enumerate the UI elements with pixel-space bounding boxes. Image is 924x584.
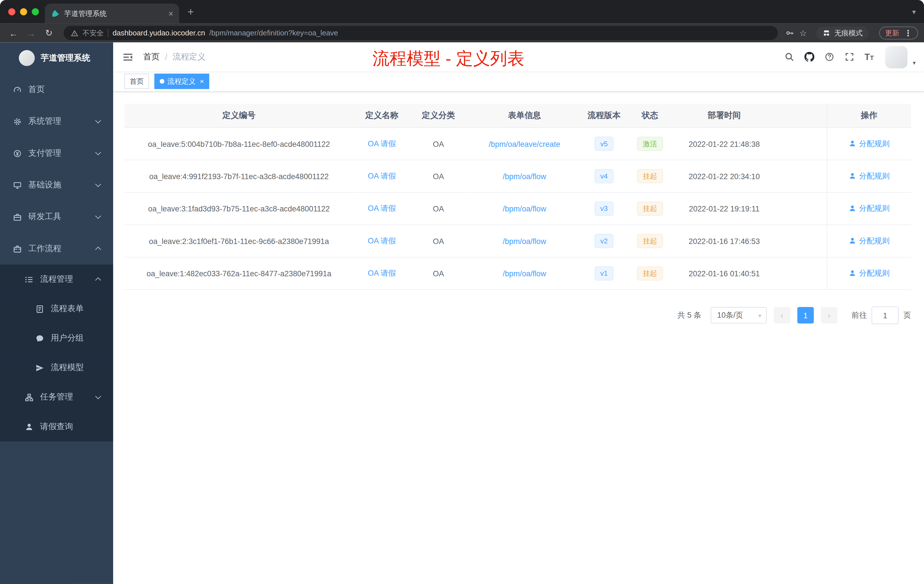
sidebar-item-process-management[interactable]: 流程管理	[0, 265, 113, 294]
definition-name-link[interactable]: OA 请假	[368, 139, 396, 148]
assign-rule-link[interactable]: 分配规则	[848, 268, 889, 279]
assign-rule-link[interactable]: 分配规则	[848, 203, 889, 214]
tab-close-icon[interactable]: ×	[168, 10, 173, 18]
assign-rule-link[interactable]: 分配规则	[848, 236, 889, 246]
pagination-total: 共 5 条	[677, 310, 701, 320]
deploy-time-cell: 2022-01-16 01:40:51	[674, 257, 775, 289]
sidebar-item-label: 用户分组	[51, 333, 84, 343]
tab-favicon-icon	[51, 9, 59, 18]
browser-tab[interactable]: 芋道管理系统 ×	[45, 3, 179, 23]
assign-rule-label: 分配规则	[859, 203, 890, 214]
category-cell: OA	[410, 257, 467, 289]
prev-page-button[interactable]: ‹	[774, 307, 790, 324]
definition-name-link[interactable]: OA 请假	[368, 204, 396, 213]
status-tag: 激活	[637, 137, 663, 151]
active-tag-dot	[160, 79, 165, 84]
tag-home[interactable]: 首页	[124, 74, 149, 89]
definition-name-link[interactable]: OA 请假	[368, 172, 396, 180]
status-tag: 挂起	[637, 169, 663, 183]
next-page-button[interactable]: ›	[821, 307, 837, 324]
back-button[interactable]: ←	[6, 28, 21, 38]
goto-page-input[interactable]	[871, 307, 899, 324]
filler-cell	[774, 192, 827, 224]
category-cell: OA	[410, 128, 467, 160]
tag-process-definition[interactable]: 流程定义 ×	[154, 74, 209, 89]
sidebar-item-system-management[interactable]: 系统管理	[0, 106, 113, 137]
tag-close-icon[interactable]: ×	[200, 78, 204, 85]
search-icon[interactable]	[784, 52, 794, 62]
sidebar-item-process-model[interactable]: 流程模型	[0, 353, 113, 382]
definition-id-cell: oa_leave:5:004b710b-7b8a-11ec-8ef0-acde4…	[124, 128, 353, 160]
category-cell: OA	[410, 160, 467, 192]
github-icon[interactable]	[804, 52, 814, 62]
user-icon	[848, 140, 856, 147]
sidebar-item-home[interactable]: 首页	[0, 74, 113, 106]
incognito-badge: 无痕模式	[816, 26, 869, 40]
assign-rule-label: 分配规则	[859, 171, 890, 181]
app-logo[interactable]: 芋道管理系统	[0, 43, 113, 74]
password-key-icon[interactable]	[785, 28, 795, 38]
sidebar-item-label: 基础设施	[28, 180, 61, 190]
page-annotation-title: 流程模型 - 定义列表	[373, 47, 525, 71]
sidebar-item-dev-tools[interactable]: 研发工具	[0, 201, 113, 233]
new-tab-button[interactable]: +	[187, 0, 194, 24]
definition-name-link[interactable]: OA 请假	[368, 236, 396, 245]
sidebar-item-payment-management[interactable]: 支付管理	[0, 137, 113, 169]
close-window-button[interactable]	[8, 8, 15, 15]
browser-tab-bar: 芋道管理系统 × + ▾	[0, 0, 924, 24]
col-definition-name: 定义名称	[354, 104, 410, 128]
definition-name-link[interactable]: OA 请假	[368, 269, 396, 278]
table-row: oa_leave:4:991f2193-7b7f-11ec-a3c8-acde4…	[124, 160, 911, 192]
form-link[interactable]: /bpm/oa/flow	[503, 172, 546, 181]
breadcrumb-home[interactable]: 首页	[143, 51, 160, 62]
assign-rule-link[interactable]: 分配规则	[848, 171, 889, 181]
bookmark-star-icon[interactable]: ☆	[799, 28, 807, 38]
minimize-window-button[interactable]	[20, 8, 27, 15]
sidebar-item-leave-query[interactable]: 请假查询	[0, 412, 113, 441]
fullscreen-icon[interactable]	[845, 52, 855, 62]
filler-cell	[774, 257, 827, 289]
avatar-caret-icon[interactable]: ▾	[913, 59, 916, 68]
assign-rule-link[interactable]: 分配规则	[848, 138, 889, 149]
sidebar-item-user-group[interactable]: 用户分组	[0, 323, 113, 353]
deploy-time-cell: 2022-01-22 20:34:10	[674, 160, 775, 192]
form-link[interactable]: /bpm/oa/flow	[503, 269, 546, 278]
help-icon[interactable]	[825, 52, 835, 62]
page-size-select[interactable]: 10条/页 ▾	[711, 307, 767, 324]
form-link[interactable]: /bpm/oa/leave/create	[488, 139, 560, 148]
sidebar-item-process-form[interactable]: 流程表单	[0, 294, 113, 323]
gear-icon	[13, 117, 22, 126]
address-bar[interactable]: 不安全 dashboard.yudao.iocoder.cn /bpm/mana…	[64, 26, 778, 40]
table-row: oa_leave:5:004b710b-7b8a-11ec-8ef0-acde4…	[124, 128, 911, 160]
page-unit-label: 页	[903, 310, 911, 320]
pagination-goto: 前往 页	[851, 307, 911, 324]
forward-button[interactable]: →	[24, 28, 39, 38]
font-size-icon[interactable]: TT	[865, 53, 874, 61]
sidebar-item-infrastructure[interactable]: 基础设施	[0, 169, 113, 201]
browser-update-pill[interactable]: 更新 ⋮	[879, 26, 918, 40]
chevron-down-icon	[95, 149, 101, 155]
user-icon	[848, 269, 856, 277]
zoom-window-button[interactable]	[32, 8, 39, 15]
page-content: 定义编号 定义名称 定义分类 表单信息 流程版本 状态 部署时间 操作 oa_l…	[113, 92, 924, 584]
definition-id-cell: oa_leave:4:991f2193-7b7f-11ec-a3c8-acde4…	[124, 160, 353, 192]
browser-menu-icon[interactable]: ⋮	[904, 28, 912, 38]
user-avatar[interactable]	[885, 46, 908, 68]
table-row: oa_leave:2:3c1f0ef1-76b1-11ec-9c66-a2380…	[124, 225, 911, 257]
col-process-version: 流程版本	[582, 104, 626, 128]
reload-button[interactable]: ↻	[41, 28, 56, 38]
sidebar-item-workflow[interactable]: 工作流程	[0, 233, 113, 265]
sidebar-item-label: 请假查询	[40, 421, 73, 432]
assign-rule-label: 分配规则	[859, 236, 890, 246]
form-link[interactable]: /bpm/oa/flow	[503, 204, 546, 213]
form-link[interactable]: /bpm/oa/flow	[503, 237, 546, 246]
col-definition-id: 定义编号	[124, 104, 353, 128]
tab-search-chevron-icon[interactable]: ▾	[912, 0, 916, 24]
sidebar-item-task-management[interactable]: 任务管理	[0, 383, 113, 412]
sidebar-item-label: 流程表单	[51, 304, 84, 314]
user-group-icon	[35, 334, 44, 343]
window-controls	[0, 8, 47, 15]
hamburger-icon[interactable]	[122, 51, 134, 63]
page-number-1[interactable]: 1	[797, 307, 814, 324]
col-operations: 操作	[827, 104, 911, 128]
